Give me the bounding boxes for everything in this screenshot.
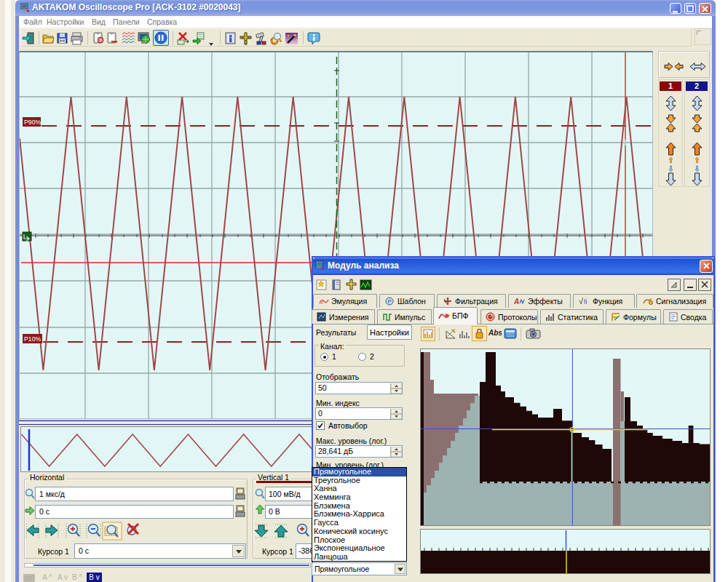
svg-text:√: √ bbox=[579, 297, 584, 306]
svg-text:P90%: P90% bbox=[24, 119, 41, 126]
svg-text:A: A bbox=[514, 298, 519, 306]
svg-text:P: P bbox=[388, 298, 392, 305]
svg-text:P10%: P10% bbox=[24, 335, 41, 343]
svg-text:fi: fi bbox=[584, 298, 587, 306]
